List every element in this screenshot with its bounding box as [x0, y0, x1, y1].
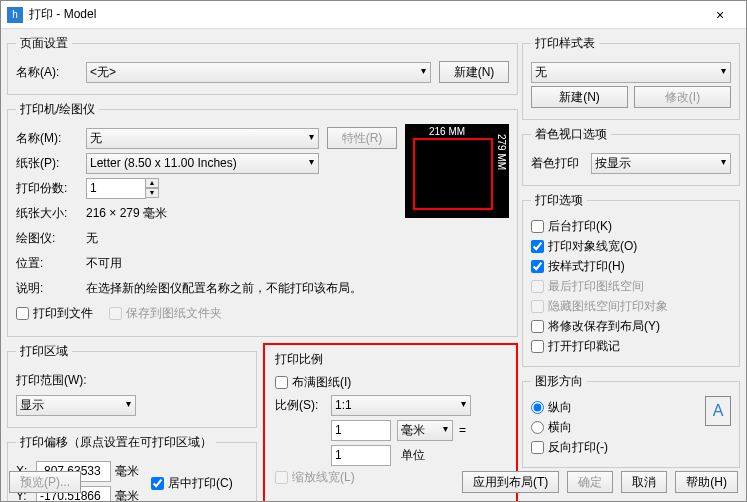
- preview-button[interactable]: 预览(P)...: [9, 471, 81, 493]
- pagesetup-name-label: 名称(A):: [16, 64, 86, 81]
- opt-last-check: 最后打印图纸空间: [531, 278, 731, 295]
- copies-spinner[interactable]: ▲▼: [145, 178, 159, 198]
- viewport-group: 着色视口选项 着色打印 按显示: [522, 126, 740, 186]
- ok-button[interactable]: 确定: [567, 471, 613, 493]
- reverse-check[interactable]: 反向打印(-): [531, 439, 705, 456]
- scale-unit2-label: 单位: [401, 447, 425, 464]
- opt-save-check[interactable]: 将修改保存到布局(Y): [531, 318, 731, 335]
- opt-stamp-check[interactable]: 打开打印戳记: [531, 338, 731, 355]
- orientation-legend: 图形方向: [531, 373, 587, 390]
- copies-label: 打印份数:: [16, 180, 86, 197]
- paper-label: 纸张(P):: [16, 155, 86, 172]
- print-area-group: 打印区域 打印范围(W): 显示: [7, 343, 257, 428]
- preview-height-label: 279 MM: [496, 134, 507, 218]
- apply-layout-button[interactable]: 应用到布局(T): [462, 471, 559, 493]
- print-options-legend: 打印选项: [531, 192, 587, 209]
- page-setup-group: 页面设置 名称(A): <无> 新建(N): [7, 35, 518, 95]
- scale-val1-input[interactable]: [331, 420, 391, 441]
- close-button[interactable]: ×: [700, 7, 740, 23]
- footer: 预览(P)... 应用到布局(T) 确定 取消 帮助(H): [9, 471, 738, 493]
- print-options-group: 打印选项 后台打印(K) 打印对象线宽(O) 按样式打印(H) 最后打印图纸空间…: [522, 192, 740, 367]
- print-area-legend: 打印区域: [16, 343, 72, 360]
- printer-group: 打印机/绘图仪 名称(M): 无 特性(R) 纸张(P): Letter (8.…: [7, 101, 518, 337]
- eq-label: =: [459, 423, 466, 437]
- style-edit-button[interactable]: 修改(I): [634, 86, 731, 108]
- style-table-group: 打印样式表 无 新建(N) 修改(I): [522, 35, 740, 120]
- style-new-button[interactable]: 新建(N): [531, 86, 628, 108]
- copies-input[interactable]: [86, 178, 146, 199]
- paper-select[interactable]: Letter (8.50 x 11.00 Inches): [86, 153, 319, 174]
- pagesetup-new-button[interactable]: 新建(N): [439, 61, 509, 83]
- plotter-value: 无: [86, 230, 98, 247]
- location-label: 位置:: [16, 255, 86, 272]
- orientation-icon: A: [705, 396, 731, 426]
- desc-value: 在选择新的绘图仪配置名称之前，不能打印该布局。: [86, 280, 362, 297]
- opt-lw-check[interactable]: 打印对象线宽(O): [531, 238, 731, 255]
- papersize-value: 216 × 279 毫米: [86, 205, 167, 222]
- fit-paper-check[interactable]: 布满图纸(I): [275, 374, 506, 391]
- portrait-radio[interactable]: 纵向: [531, 399, 705, 416]
- printer-legend: 打印机/绘图仪: [16, 101, 99, 118]
- opt-bg-check[interactable]: 后台打印(K): [531, 218, 731, 235]
- orientation-group: 图形方向 纵向 横向 反向打印(-) A: [522, 373, 740, 468]
- scale-unit-select[interactable]: 毫米: [397, 420, 453, 441]
- printer-name-select[interactable]: 无: [86, 128, 319, 149]
- preview-width-label: 216 MM: [405, 126, 489, 137]
- range-label: 打印范围(W):: [16, 372, 87, 389]
- paper-preview: 216 MM 279 MM: [405, 124, 509, 218]
- style-table-legend: 打印样式表: [531, 35, 599, 52]
- landscape-radio[interactable]: 横向: [531, 419, 705, 436]
- ratio-select[interactable]: 1:1: [331, 395, 471, 416]
- scale-legend: 打印比例: [275, 351, 506, 368]
- print-to-file-check[interactable]: 打印到文件: [16, 305, 93, 322]
- window-title: 打印 - Model: [29, 6, 700, 23]
- pagesetup-name-select[interactable]: <无>: [86, 62, 431, 83]
- location-value: 不可用: [86, 255, 122, 272]
- range-select[interactable]: 显示: [16, 395, 136, 416]
- preview-rect: [413, 138, 493, 210]
- style-table-select[interactable]: 无: [531, 62, 731, 83]
- printer-props-button[interactable]: 特性(R): [327, 127, 397, 149]
- viewport-legend: 着色视口选项: [531, 126, 611, 143]
- opt-style-check[interactable]: 按样式打印(H): [531, 258, 731, 275]
- shade-select[interactable]: 按显示: [591, 153, 731, 174]
- save-folder-check: 保存到图纸文件夹: [109, 305, 222, 322]
- titlebar: h 打印 - Model ×: [1, 1, 746, 29]
- help-button[interactable]: 帮助(H): [675, 471, 738, 493]
- page-setup-legend: 页面设置: [16, 35, 72, 52]
- papersize-label: 纸张大小:: [16, 205, 86, 222]
- app-icon: h: [7, 7, 23, 23]
- plotter-label: 绘图仪:: [16, 230, 86, 247]
- scale-val2-input[interactable]: [331, 445, 391, 466]
- opt-hide-check: 隐藏图纸空间打印对象: [531, 298, 731, 315]
- ratio-label: 比例(S):: [275, 397, 331, 414]
- desc-label: 说明:: [16, 280, 86, 297]
- shade-label: 着色打印: [531, 155, 591, 172]
- cancel-button[interactable]: 取消: [621, 471, 667, 493]
- printer-name-label: 名称(M):: [16, 130, 86, 147]
- offset-legend: 打印偏移（原点设置在可打印区域）: [16, 434, 216, 451]
